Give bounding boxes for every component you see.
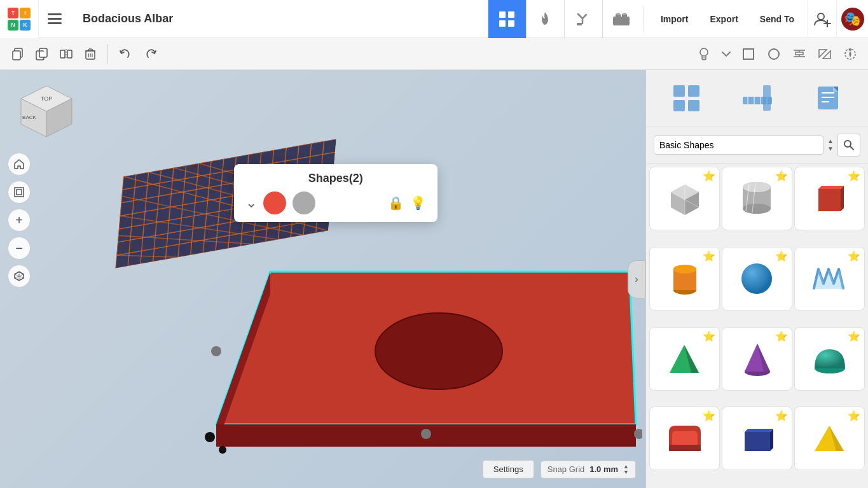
shape-item-red2[interactable]: ⭐ xyxy=(649,407,720,470)
svg-rect-4 xyxy=(508,11,514,18)
lightbulb-icon xyxy=(698,47,710,61)
viewport[interactable]: TOP BACK + − xyxy=(0,70,645,488)
toolbar xyxy=(0,38,868,70)
red-platform-object[interactable] xyxy=(197,240,642,456)
panel-icon-ruler[interactable] xyxy=(729,78,786,119)
star-icon: ⭐ xyxy=(703,330,715,342)
circle-tool[interactable] xyxy=(762,43,785,66)
svg-point-12 xyxy=(623,13,626,15)
snap-grid-value: 1.0 mm xyxy=(589,464,618,474)
search-icon xyxy=(843,139,855,151)
svg-rect-34 xyxy=(743,49,754,59)
tinkercad-logo[interactable]: T I N K xyxy=(0,0,38,38)
star-icon: ⭐ xyxy=(848,330,860,342)
shape-item-half-sphere[interactable]: ⭐ xyxy=(794,327,865,391)
align-tool[interactable] xyxy=(788,43,811,66)
redo-tool[interactable] xyxy=(139,43,162,66)
svg-point-102 xyxy=(219,446,226,454)
svg-rect-112 xyxy=(763,85,771,111)
svg-marker-135 xyxy=(841,186,844,211)
panel-icon-grid[interactable] xyxy=(658,78,715,119)
svg-rect-8 xyxy=(613,17,630,25)
menu-button[interactable] xyxy=(38,0,70,38)
copy-tool[interactable] xyxy=(6,43,29,66)
export-button[interactable]: Export xyxy=(699,9,748,29)
color-gray-button[interactable] xyxy=(293,192,315,214)
chevron-down-icon xyxy=(722,51,731,57)
settings-button[interactable]: Settings xyxy=(483,460,534,478)
orthographic-button[interactable] xyxy=(8,265,31,288)
cube-navigator[interactable]: TOP BACK xyxy=(18,83,75,140)
shape-item-pyramid-yellow[interactable]: ⭐ xyxy=(794,407,865,470)
nav-icon-grid[interactable] xyxy=(488,0,526,38)
search-button[interactable] xyxy=(837,134,860,157)
nav-icon-tools[interactable] xyxy=(564,0,602,38)
snap-arrows-icon: ▲▼ xyxy=(623,464,629,475)
right-panel: Basic Shapes Featured Letters Connectors… xyxy=(645,70,868,488)
nav-divider xyxy=(644,6,644,32)
nav-icon-blocks[interactable] xyxy=(602,0,640,38)
svg-point-139 xyxy=(741,263,772,294)
popup-chevron[interactable]: ⌄ xyxy=(245,195,257,211)
expand-handle[interactable]: › xyxy=(628,260,645,298)
star-icon: ⭐ xyxy=(848,410,860,422)
shape-category-select[interactable]: Basic Shapes Featured Letters Connectors… xyxy=(654,136,823,155)
svg-point-98 xyxy=(211,346,221,356)
color-red-button[interactable] xyxy=(263,192,286,214)
visibility-icon-btn[interactable]: 💡 xyxy=(410,195,426,211)
text3d-shape-icon xyxy=(811,260,849,298)
svg-marker-134 xyxy=(818,186,844,189)
shape-item-box[interactable]: ⭐ xyxy=(649,167,720,230)
shape-tool[interactable] xyxy=(737,43,760,66)
toolbar-sep-1 xyxy=(107,45,108,64)
shape-item-pyramid-green[interactable]: ⭐ xyxy=(649,327,720,391)
undo-icon xyxy=(119,48,132,60)
shape-item-cube-red[interactable]: ⭐ xyxy=(794,167,865,230)
cube-red-shape-icon xyxy=(812,179,847,218)
add-user-icon xyxy=(813,10,831,28)
add-user-button[interactable] xyxy=(808,0,836,38)
selector-arrows[interactable]: ▲▼ xyxy=(827,137,834,153)
snap-tool[interactable] xyxy=(839,43,862,66)
undo-tool[interactable] xyxy=(114,43,137,66)
align-icon xyxy=(792,48,806,60)
svg-point-138 xyxy=(673,265,696,274)
svg-rect-37 xyxy=(796,52,803,55)
zoom-out-button[interactable]: − xyxy=(8,237,31,260)
user-avatar[interactable]: 🎭 xyxy=(836,0,868,38)
shape-item-sphere[interactable]: ⭐ xyxy=(722,247,792,310)
shape-item-cylinder-orange[interactable]: ⭐ xyxy=(649,247,720,310)
svg-rect-106 xyxy=(688,100,699,111)
shapes-popup: Shapes(2) ⌄ 🔒 💡 xyxy=(234,164,437,222)
cube-3d: TOP BACK xyxy=(18,83,75,140)
shape-item-blue-block[interactable]: ⭐ xyxy=(722,407,792,470)
shape-item-cylinder[interactable]: ⭐ xyxy=(722,167,792,230)
fit-view-button[interactable] xyxy=(8,181,31,204)
dropdown-tool[interactable] xyxy=(718,43,734,66)
home-view-button[interactable] xyxy=(8,153,31,176)
svg-rect-103 xyxy=(673,85,685,97)
zoom-in-button[interactable]: + xyxy=(8,209,31,232)
send-to-button[interactable]: Send To xyxy=(750,9,804,29)
delete-tool[interactable] xyxy=(79,43,102,66)
shape-item-cone-purple[interactable]: ⭐ xyxy=(722,327,792,391)
svg-rect-5 xyxy=(499,20,506,27)
duplicate-tool[interactable] xyxy=(31,43,53,66)
nav-icon-activity[interactable] xyxy=(526,0,564,38)
mirror-tool[interactable] xyxy=(55,43,78,66)
shapes-popup-controls: ⌄ 🔒 💡 xyxy=(245,192,426,214)
blue-block-shape-icon xyxy=(738,419,776,457)
tools-icon xyxy=(575,11,591,27)
svg-rect-6 xyxy=(508,20,514,27)
main-area: TOP BACK + − xyxy=(0,70,868,488)
snap-grid-control[interactable]: Snap Grid 1.0 mm ▲▼ xyxy=(541,461,636,478)
svg-rect-2 xyxy=(48,22,62,24)
import-button[interactable]: Import xyxy=(651,9,699,29)
shape-item-text3d[interactable]: ⭐ xyxy=(794,247,865,310)
light-tool[interactable] xyxy=(692,43,715,66)
red2-shape-icon xyxy=(666,419,704,457)
lock-icon-btn[interactable]: 🔒 xyxy=(388,195,404,211)
mirror-v-tool[interactable] xyxy=(813,43,836,66)
panel-icon-notes[interactable] xyxy=(799,78,857,119)
svg-point-101 xyxy=(205,432,215,442)
